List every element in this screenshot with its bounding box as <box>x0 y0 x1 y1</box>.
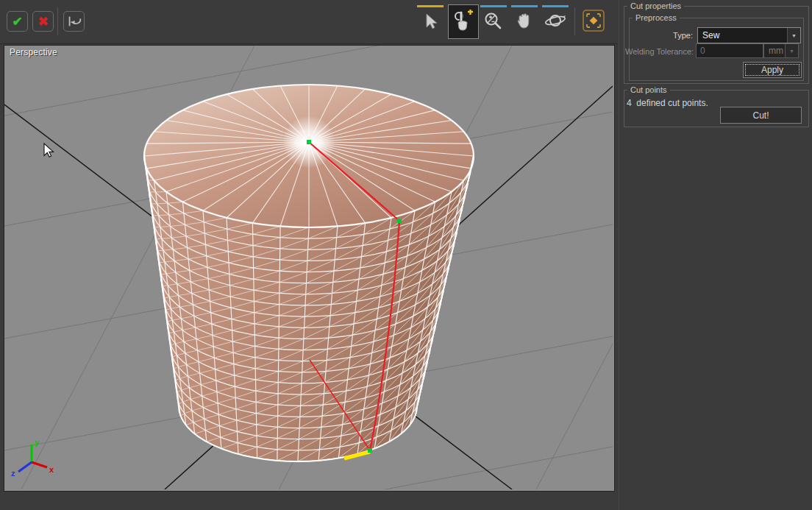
apply-button[interactable]: Apply <box>743 62 802 78</box>
toolbar-separator <box>57 7 58 35</box>
pick-add-tool-button[interactable] <box>448 4 477 38</box>
top-toolbar: ✔ ✖ <box>0 0 618 44</box>
cut-points-status: 4 defined cut points. <box>627 98 708 108</box>
pointing-hand-plus-icon <box>452 9 474 34</box>
axis-x-label: x <box>49 465 54 474</box>
cut-button[interactable]: Cut! <box>720 107 802 124</box>
orbit-planet-icon <box>544 11 567 32</box>
3d-viewport-canvas[interactable]: y x z <box>4 46 613 489</box>
type-label: Type: <box>671 31 693 40</box>
axis-z-label: z <box>11 469 15 478</box>
welding-tolerance-value: 0 <box>700 46 705 56</box>
axis-y-label: y <box>35 438 40 447</box>
toolbar-separator-2 <box>574 7 575 35</box>
type-value: Sew <box>698 30 787 40</box>
chevron-down-icon[interactable]: ▼ <box>787 28 800 43</box>
x-icon: ✖ <box>38 14 48 29</box>
pan-tool-button[interactable] <box>510 4 539 38</box>
check-icon: ✔ <box>12 14 22 29</box>
application-window: ✔ ✖ <box>0 0 812 510</box>
unit-dropdown[interactable]: mm ▼ <box>763 43 799 58</box>
orbit-tool-button[interactable] <box>541 4 570 38</box>
magnifier-zoom-icon <box>483 11 504 32</box>
chevron-down-icon: ▼ <box>785 44 798 57</box>
cut-button-label: Cut! <box>752 110 769 121</box>
hand-pan-icon <box>515 11 534 32</box>
type-dropdown[interactable]: Sew ▼ <box>697 27 801 43</box>
arrow-to-start-icon <box>66 15 82 28</box>
cut-points-title: Cut points <box>627 85 670 94</box>
apply-button-label: Apply <box>761 65 783 75</box>
cancel-button[interactable]: ✖ <box>32 11 54 32</box>
frame-fit-icon <box>582 9 605 32</box>
unit-value: mm <box>764 46 785 56</box>
zoom-tool-button[interactable] <box>479 4 508 38</box>
cursor-arrow-icon <box>421 11 440 32</box>
welding-tolerance-input[interactable]: 0 <box>696 43 763 58</box>
frame-view-button[interactable] <box>580 7 607 35</box>
welding-tolerance-label: Welding Tolerance: <box>625 47 693 56</box>
viewport-title: Perspective <box>10 47 57 57</box>
viewport-frame: y x z Perspective <box>4 45 615 492</box>
select-tool-button[interactable] <box>416 4 445 38</box>
accept-button[interactable]: ✔ <box>7 11 28 32</box>
preprocess-title: Preprocess <box>633 13 680 22</box>
cut-properties-title: Cut properties <box>627 1 684 10</box>
reset-view-button[interactable] <box>63 11 85 32</box>
cut-properties-panel: Cut properties Preprocess Type: Sew ▼ We… <box>619 0 812 510</box>
